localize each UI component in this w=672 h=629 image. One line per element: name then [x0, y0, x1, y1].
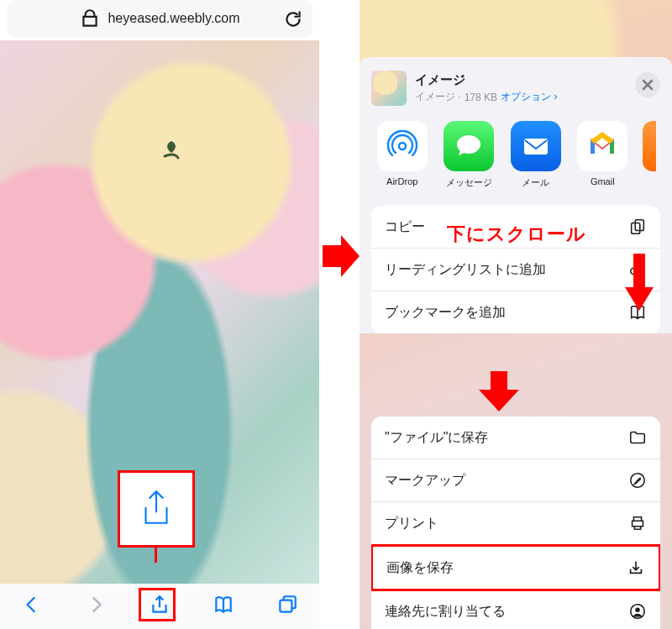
action-markup[interactable]: マークアップ — [371, 459, 660, 502]
close-icon — [642, 79, 654, 91]
share-highlight — [139, 588, 176, 621]
svg-rect-0 — [280, 600, 291, 612]
print-icon — [628, 514, 647, 532]
annotation-scroll-down: 下にスクロール — [447, 222, 586, 247]
tabs-icon — [276, 594, 298, 616]
step-arrow-right — [323, 235, 360, 277]
share-options-link[interactable]: オプション › — [501, 90, 557, 104]
reload-button[interactable] — [282, 8, 304, 34]
share-subtitle: イメージ · 178 KB オプション › — [415, 90, 557, 104]
svg-point-1 — [399, 143, 406, 149]
share-apps-row[interactable]: AirDrop メッセージ メール Gmail — [360, 116, 672, 194]
action-save-image[interactable]: 画像を保存 — [371, 544, 660, 591]
share-callout — [118, 470, 195, 548]
action-label: 連絡先に割り当てる — [385, 603, 506, 621]
back-button[interactable] — [21, 594, 43, 619]
action-label: ブックマークを追加 — [385, 304, 506, 322]
action-label: コピー — [385, 218, 425, 236]
folder-icon — [628, 428, 647, 447]
gmail-icon — [577, 121, 627, 171]
download-icon — [627, 558, 645, 577]
bookmarks-button[interactable] — [213, 594, 234, 619]
action-print[interactable]: プリント — [371, 502, 660, 545]
preview-thumbnail — [371, 71, 407, 106]
chevron-left-icon — [21, 594, 43, 616]
action-add-bookmark[interactable]: ブックマークを追加 — [371, 291, 660, 333]
svg-rect-2 — [524, 139, 548, 155]
share-subprefix: イメージ · — [415, 90, 461, 104]
share-header: イメージ イメージ · 178 KB オプション › — [360, 66, 672, 116]
book-icon — [213, 594, 234, 616]
share-icon — [138, 488, 175, 530]
share-sheet-screen: イメージ イメージ · 178 KB オプション › AirDrop — [360, 0, 672, 629]
app-messages[interactable]: メッセージ — [444, 121, 496, 189]
annotation-arrow-down-2 — [479, 371, 519, 411]
action-label: 画像を保存 — [386, 559, 454, 577]
action-label: "ファイル"に保存 — [385, 429, 488, 447]
action-label: プリント — [385, 515, 438, 532]
lock-icon — [79, 8, 101, 29]
svg-point-9 — [635, 607, 640, 612]
chevron-right-icon — [85, 594, 107, 616]
action-label: マークアップ — [385, 472, 465, 490]
app-mail[interactable]: メール — [510, 121, 562, 189]
action-save-files[interactable]: "ファイル"に保存 — [371, 417, 660, 459]
app-gmail[interactable]: Gmail — [577, 121, 629, 189]
tabs-button[interactable] — [276, 594, 298, 619]
copy-icon — [628, 218, 647, 236]
share-filesize: 178 KB — [465, 92, 497, 103]
app-more[interactable] — [643, 121, 655, 189]
messages-icon — [444, 121, 494, 171]
more-app-icon — [643, 121, 656, 171]
reload-icon — [282, 8, 304, 30]
address-bar[interactable]: heyeased.weebly.com — [7, 0, 312, 37]
action-assign-contact[interactable]: 連絡先に割り当てる — [371, 590, 660, 629]
app-label: AirDrop — [386, 176, 417, 186]
app-label: Gmail — [591, 176, 615, 186]
action-reading-list[interactable]: リーディングリストに追加 — [371, 249, 660, 291]
share-title-group: イメージ イメージ · 178 KB オプション › — [415, 72, 557, 104]
annotation-arrow-down-1 — [625, 254, 654, 311]
forward-button — [85, 594, 107, 619]
contact-icon — [628, 602, 647, 621]
app-label: メッセージ — [446, 176, 492, 189]
airdrop-icon — [377, 121, 428, 171]
action-group-2: "ファイル"に保存 マークアップ プリント 画像を保存 連絡先に割り当てる — [371, 417, 660, 629]
leaf-decoration — [161, 139, 181, 165]
safari-window: heyeased.weebly.com — [0, 0, 319, 629]
url-text: heyeased.weebly.com — [108, 11, 239, 26]
app-airdrop[interactable]: AirDrop — [376, 121, 428, 189]
callout-connector — [155, 548, 157, 563]
mail-icon — [511, 121, 561, 171]
app-label: メール — [522, 176, 549, 189]
markup-icon — [628, 471, 647, 490]
share-title: イメージ — [415, 72, 557, 88]
action-label: リーディングリストに追加 — [385, 261, 546, 279]
close-button[interactable] — [635, 72, 660, 97]
